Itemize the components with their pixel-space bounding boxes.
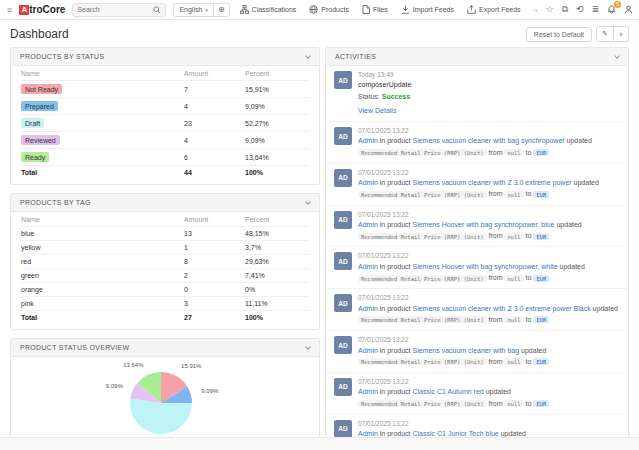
activity-item: AD07/01/2025 13:22Admin in product Sieme…	[326, 121, 628, 163]
nav-overflow-arrow-icon[interactable]: →	[531, 5, 539, 14]
actor-link[interactable]: Admin	[358, 263, 378, 270]
logo-text: troCore	[29, 4, 65, 15]
actor-link[interactable]: Admin	[358, 305, 378, 312]
edit-dashboard-button[interactable]: ✎	[596, 26, 614, 42]
activity-item: AD07/01/2025 13:22Admin in product Sieme…	[326, 330, 628, 372]
products-by-tag-header[interactable]: PRODUCTS BY TAG	[11, 194, 319, 212]
actor-link[interactable]: Admin	[358, 347, 378, 354]
status-table-body: Not Ready715,91%Prepared49,09%Draft2352,…	[21, 81, 309, 166]
chevron-down-icon[interactable]	[305, 53, 311, 59]
dashboard-grid: PRODUCTS BY STATUS Name Amount Percent N…	[0, 47, 639, 450]
app-logo[interactable]: AtroCore	[19, 4, 65, 15]
product-link[interactable]: Siemens vacuum cleaner with bag synchrop…	[412, 137, 564, 144]
from-value-chip: null	[504, 316, 523, 323]
product-link[interactable]: Siemens vacuum cleaner with bag	[412, 347, 519, 354]
table-row: Ready613,64%	[21, 149, 309, 166]
left-column: PRODUCTS BY STATUS Name Amount Percent N…	[10, 47, 320, 450]
chevron-down-icon[interactable]	[305, 344, 311, 350]
nav-item-products[interactable]: Products	[306, 5, 352, 14]
activity-item: AD07/01/2025 13:22Admin in product Class…	[326, 372, 628, 414]
activity-message: Admin in product Siemens vacuum cleaner …	[358, 135, 620, 157]
files-icon	[362, 5, 370, 14]
activities-header[interactable]: ACTIVITIES	[326, 48, 628, 66]
field-chip: Recommended Retail Price (RRP) (Unit)	[358, 316, 487, 323]
export-feeds-icon	[467, 5, 476, 14]
actor-link[interactable]: Admin	[358, 221, 378, 228]
user-profile-icon[interactable]	[624, 5, 633, 14]
from-value-chip: null	[504, 400, 523, 407]
product-link[interactable]: Classic C1 Autumn red	[412, 388, 483, 395]
to-value-chip: EUR	[533, 400, 549, 407]
from-value-chip: null	[504, 233, 523, 240]
product-link[interactable]: Siemens Hoover with bag synchropower, bl…	[412, 221, 554, 228]
from-value-chip: null	[504, 191, 523, 198]
total-row: Total 27 100%	[21, 311, 309, 325]
avatar: AD	[334, 378, 352, 396]
product-link[interactable]: Siemens vacuum cleaner with Z 3.0 extrem…	[412, 305, 590, 312]
language-selector[interactable]: English▾	[174, 4, 213, 16]
status-badge: Reviewed	[21, 135, 60, 145]
table-row: yellow13,7%	[21, 241, 309, 255]
nav-item-export-feeds[interactable]: Export Feeds	[464, 5, 524, 14]
to-value-chip: EUR	[533, 233, 549, 240]
job-status-line: Status: Success	[358, 91, 411, 102]
activity-time: 07/01/2025 13:22	[358, 294, 620, 302]
column-header: Amount	[184, 212, 245, 227]
top-navbar: ≡ AtroCore English▾ ⊕ Classifications Pr…	[0, 0, 639, 20]
notifications-bell-icon[interactable]: 5	[607, 5, 616, 14]
product-status-overview-panel: PRODUCT STATUS OVERVIEW 15.91%9.09%52.27…	[10, 338, 320, 450]
activity-time: 07/01/2025 13:22	[358, 169, 620, 177]
activity-message: Admin in product Siemens vacuum cleaner …	[358, 303, 620, 325]
product-link[interactable]: Siemens vacuum cleaner with Z 3.0 extrem…	[412, 179, 571, 186]
field-chip: Recommended Retail Price (RRP) (Unit)	[358, 233, 487, 240]
products-by-tag-table: Name Amount Percent blue1348,15%yellow13…	[21, 212, 309, 324]
panels-icon[interactable]: ⧉	[562, 5, 568, 14]
search-box	[72, 3, 166, 17]
status-badge: Draft	[21, 118, 44, 128]
queue-list-icon[interactable]: ≣	[592, 5, 600, 14]
product-status-overview-header[interactable]: PRODUCT STATUS OVERVIEW	[11, 339, 319, 357]
actor-link[interactable]: Admin	[358, 137, 378, 144]
table-row: blue1348,15%	[21, 227, 309, 241]
activity-message: Admin in product Siemens vacuum cleaner …	[358, 177, 620, 199]
actor-link[interactable]: Admin	[358, 388, 378, 395]
pie-slice-label: 15.91%	[181, 363, 202, 369]
pie-slice	[130, 399, 192, 434]
actor-link[interactable]: Admin	[358, 179, 378, 186]
to-value-chip: EUR	[533, 358, 549, 365]
activity-item: AD07/01/2025 13:22Admin in product Sieme…	[326, 205, 628, 247]
footer	[0, 437, 639, 450]
activity-message: Admin in product Siemens vacuum cleaner …	[358, 345, 620, 367]
activity-time: 07/01/2025 13:22	[358, 127, 620, 135]
pie-slice-label: 13.64%	[123, 362, 144, 368]
chevron-down-icon[interactable]	[305, 199, 311, 205]
table-row: orange00%	[21, 283, 309, 297]
activity-time: 07/01/2025 13:22	[358, 252, 620, 260]
add-dashlet-button[interactable]: +	[613, 26, 629, 42]
to-value-chip: EUR	[533, 316, 549, 323]
nav-item-files[interactable]: Files	[359, 5, 391, 14]
search-icon[interactable]	[153, 6, 161, 14]
activity-item-job: AD Today 13:49 composerUpdate Status: Su…	[326, 66, 628, 121]
classifications-icon	[240, 5, 249, 14]
nav-item-import-feeds[interactable]: Import Feeds	[398, 5, 457, 14]
products-by-status-header[interactable]: PRODUCTS BY STATUS	[11, 48, 319, 66]
products-by-tag-panel: PRODUCTS BY TAG Name Amount Percent blue…	[10, 193, 320, 330]
avatar: AD	[334, 252, 352, 270]
import-feeds-icon	[401, 5, 410, 14]
field-chip: Recommended Retail Price (RRP) (Unit)	[358, 400, 487, 407]
history-icon[interactable]: ⟲	[576, 5, 584, 14]
globe-icon[interactable]: ⊕	[214, 5, 229, 14]
product-link[interactable]: Siemens Hoover with bag synchropower, wh…	[412, 263, 557, 270]
avatar: AD	[334, 169, 352, 187]
table-row: Prepared49,09%	[21, 98, 309, 115]
total-row: Total 44 100%	[21, 166, 309, 180]
reset-to-default-button[interactable]: Reset to Default	[526, 27, 592, 42]
favorites-star-icon[interactable]: ☆	[546, 5, 554, 14]
nav-item-classifications[interactable]: Classifications	[237, 5, 300, 14]
view-details-link[interactable]: View Details	[358, 105, 396, 116]
chevron-down-icon[interactable]	[614, 53, 620, 59]
search-input[interactable]	[77, 6, 151, 13]
menu-icon[interactable]: ≡	[7, 5, 12, 15]
activity-time: Today 13:49	[358, 71, 411, 79]
